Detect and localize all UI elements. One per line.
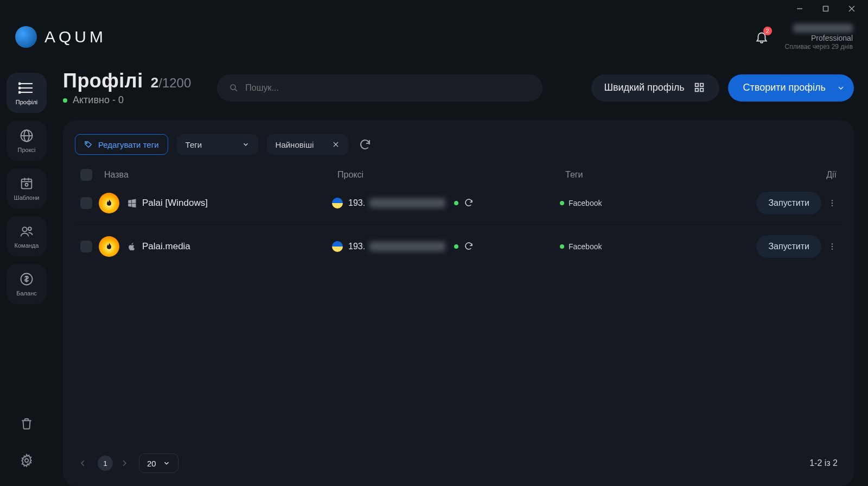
- notifications-button[interactable]: 2: [752, 28, 771, 46]
- settings-button[interactable]: [16, 450, 37, 471]
- pager-next-button[interactable]: [120, 459, 131, 467]
- sidebar-item-templates[interactable]: Шаблони: [7, 168, 47, 209]
- svg-point-19: [28, 227, 31, 230]
- table-row[interactable]: Palai [Windows] 193. Facebook: [75, 181, 842, 224]
- kebab-icon: [828, 199, 837, 207]
- sidebar: Профілі Проксі Шаблони Команда Баланс: [0, 56, 53, 486]
- profiles-panel: Редагувати теги Теги Найновіші Назва Про…: [63, 120, 854, 486]
- edit-tags-label: Редагувати теги: [98, 140, 159, 149]
- svg-point-22: [231, 85, 235, 90]
- run-button[interactable]: Запустити: [756, 192, 821, 214]
- edit-tags-button[interactable]: Редагувати теги: [75, 134, 168, 155]
- svg-line-23: [235, 89, 238, 91]
- pager-prev-button[interactable]: [79, 459, 90, 467]
- flame-icon: [105, 241, 113, 252]
- table-row[interactable]: Palai.media 193. Facebook: [75, 224, 842, 268]
- proxy-refresh-button[interactable]: [464, 241, 475, 252]
- country-flag-ukraine-icon: [332, 241, 343, 252]
- chevron-right-icon: [120, 459, 128, 467]
- tag-dot: [560, 244, 564, 249]
- proxy-refresh-button[interactable]: [464, 198, 475, 209]
- svg-point-36: [832, 248, 833, 249]
- proxy-status-dot: [454, 201, 458, 205]
- trash-button[interactable]: [16, 413, 37, 434]
- window-maximize-button[interactable]: [814, 1, 838, 16]
- sidebar-item-team[interactable]: Команда: [7, 216, 47, 256]
- country-flag-ukraine-icon: [332, 198, 343, 209]
- quick-profile-button[interactable]: Швидкий профіль: [591, 74, 719, 102]
- tag-label: Facebook: [569, 242, 602, 251]
- tag-label: Facebook: [569, 199, 602, 207]
- row-menu-button[interactable]: [828, 242, 839, 251]
- page-number[interactable]: 1: [98, 456, 113, 471]
- tags-filter-select[interactable]: Теги: [177, 134, 258, 155]
- chevron-down-icon: [837, 84, 845, 92]
- refresh-button[interactable]: [357, 136, 373, 153]
- row-checkbox[interactable]: [80, 197, 92, 209]
- brand-logo: AQUM: [15, 26, 106, 48]
- sidebar-item-label: Команда: [15, 242, 39, 249]
- row-menu-button[interactable]: [828, 199, 839, 207]
- sort-label: Найновіші: [276, 140, 314, 149]
- active-count-label: Активно - 0: [73, 94, 124, 106]
- search-input[interactable]: [245, 83, 531, 93]
- column-header-proxy: Проксі: [337, 170, 565, 180]
- page-size-select[interactable]: 20: [139, 453, 178, 473]
- svg-point-18: [22, 227, 27, 231]
- app-header: AQUM 2 Professional Спливає через 29 дні…: [0, 17, 868, 56]
- tag-icon: [84, 140, 93, 149]
- select-all-checkbox[interactable]: [80, 169, 92, 181]
- grid-view-icon: [693, 81, 706, 94]
- team-icon: [19, 224, 34, 239]
- svg-point-34: [832, 243, 833, 244]
- proxy-ip-prefix: 193.: [348, 198, 365, 208]
- svg-point-21: [25, 459, 29, 463]
- run-button[interactable]: Запустити: [756, 235, 821, 258]
- chevron-down-icon: [242, 141, 250, 148]
- svg-point-35: [832, 245, 833, 247]
- sidebar-item-balance[interactable]: Баланс: [7, 264, 47, 304]
- globe-icon: [19, 128, 34, 143]
- svg-rect-24: [695, 83, 698, 86]
- sidebar-item-proxy[interactable]: Проксі: [7, 121, 47, 161]
- list-icon: [18, 80, 35, 96]
- create-profile-label: Створити профіль: [743, 82, 826, 93]
- svg-point-7: [19, 83, 21, 85]
- account-expiry: Спливає через 29 днів: [785, 43, 853, 51]
- close-icon[interactable]: [332, 141, 340, 148]
- account-plan: Professional: [785, 34, 853, 42]
- chevron-down-icon: [163, 459, 170, 467]
- account-name-redacted: [793, 24, 853, 33]
- apple-icon: [127, 242, 137, 251]
- search-box[interactable]: [217, 74, 542, 102]
- svg-point-17: [25, 184, 28, 186]
- kebab-icon: [828, 242, 837, 251]
- row-checkbox[interactable]: [80, 241, 92, 253]
- tag-dot: [560, 201, 564, 205]
- sort-select[interactable]: Найновіші: [267, 134, 348, 155]
- sidebar-item-label: Профілі: [16, 99, 38, 105]
- svg-rect-1: [824, 7, 828, 11]
- refresh-icon: [359, 138, 372, 151]
- sidebar-item-profiles[interactable]: Профілі: [7, 73, 47, 113]
- svg-point-31: [832, 200, 833, 201]
- notifications-badge: 2: [763, 27, 772, 35]
- svg-point-33: [832, 205, 833, 206]
- dollar-icon: [19, 272, 34, 287]
- run-button-label: Запустити: [768, 242, 809, 251]
- active-indicator-dot: [63, 98, 67, 103]
- search-icon: [229, 83, 239, 93]
- column-header-actions: Дії: [728, 170, 837, 180]
- calendar-icon: [19, 176, 34, 191]
- page-title: Профілі: [63, 70, 143, 92]
- tags-filter-label: Теги: [186, 140, 202, 149]
- window-close-button[interactable]: [840, 1, 864, 16]
- account-block[interactable]: Professional Спливає через 29 днів: [785, 24, 853, 51]
- window-minimize-button[interactable]: [788, 1, 812, 16]
- flame-icon: [105, 198, 113, 209]
- sidebar-item-label: Баланс: [16, 290, 36, 296]
- window-titlebar: [0, 0, 868, 17]
- create-profile-button[interactable]: Створити профіль: [728, 74, 854, 102]
- proxy-status-dot: [454, 244, 458, 249]
- quick-profile-label: Швидкий профіль: [604, 82, 685, 93]
